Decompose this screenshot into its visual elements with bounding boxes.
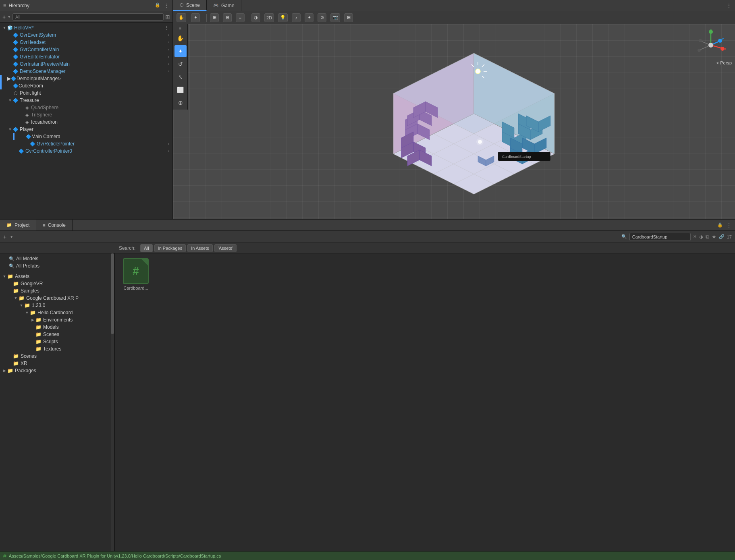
move-tool-btn[interactable]: ✦ — [191, 13, 200, 22]
sidebar-item-Assets[interactable]: ▼ 📁 Assets — [0, 273, 114, 280]
hierarchy-item-GvrInstantPreviewMain[interactable]: 🔷 GvrInstantPreviewMain › — [0, 60, 172, 68]
options-icon[interactable]: ⋮ — [164, 25, 169, 31]
hierarchy-item-TriSphere[interactable]: ◈ TriSphere — [0, 111, 172, 118]
filter-assets-quote-btn[interactable]: 'Assets' — [214, 244, 237, 252]
sidebar-item-Textures[interactable]: 📁 Textures — [0, 345, 114, 353]
sidebar-item-HelloCardboard[interactable]: ▼ 📁 Hello Cardboard — [0, 309, 114, 316]
item-label: DemoSceneManager — [20, 68, 168, 74]
audio-btn[interactable]: ♪ — [292, 13, 301, 22]
hierarchy-item-Icosahedron[interactable]: ◈ Icosahedron — [0, 118, 172, 126]
sidebar-item-allPrefabs[interactable]: 🔍 All Prefabs — [0, 262, 114, 270]
movesnap-tool-btn[interactable]: ≡ — [236, 13, 245, 22]
item-label: Samples — [21, 288, 111, 294]
project-tab-project[interactable]: 📁 Project — [0, 220, 36, 230]
rect-scene-btn[interactable]: ⬜ — [174, 84, 187, 96]
project-more-icon[interactable]: ⋮ — [726, 222, 732, 228]
hierarchy-item-PointLight[interactable]: ⬡ Point light — [0, 89, 172, 97]
sidebar-item-allModels[interactable]: 🔍 All Models — [0, 255, 114, 262]
item-label: Icosahedron — [31, 119, 169, 125]
filter-all-btn[interactable]: All — [140, 244, 152, 252]
item-label: All Prefabs — [16, 263, 111, 269]
hierarchy-item-HelloVR[interactable]: ▼ 🧊 HelloVR* ⋮ — [0, 24, 172, 31]
sidebar-item-Scripts[interactable]: 📁 Scripts — [0, 338, 114, 345]
grid-tool-btn[interactable]: ⊞ — [210, 13, 219, 22]
scene-tab-scene[interactable]: ⬡ Scene — [173, 0, 207, 11]
folder-icon: 📁 — [7, 274, 13, 279]
cube-icon: 🔷 — [13, 47, 19, 52]
hierarchy-item-GvrControllerPointer0[interactable]: 🔷 GvrControllerPointer0 › — [0, 147, 172, 155]
hierarchy-item-QuadSphere[interactable]: ◈ QuadSphere — [0, 104, 172, 111]
sidebar-item-GoogleVR[interactable]: 📁 GoogleVR — [0, 280, 114, 287]
sidebar-item-Environments[interactable]: ▶ 📁 Environments — [0, 316, 114, 324]
sidebar-item-ScenesFolder[interactable]: 📁 Scenes — [0, 331, 114, 338]
hand-tool-btn[interactable]: ✋ — [176, 13, 186, 22]
hierarchy-item-GvrEditorEmulator[interactable]: 🔷 GvrEditorEmulator › — [0, 53, 172, 60]
lock-icon[interactable]: 🔒 — [155, 2, 160, 9]
hand-scene-btn[interactable]: ✋ — [174, 32, 187, 44]
cube-icon: 🔷 — [13, 32, 19, 38]
hierarchy-more-icon[interactable]: ⋮ — [164, 2, 169, 9]
hierarchy-item-GvrControllerMain[interactable]: 🔷 GvrControllerMain › — [0, 46, 172, 53]
sidebar-scrollthumb[interactable] — [111, 253, 114, 334]
2d-btn[interactable]: 2D — [264, 13, 274, 22]
hierarchy-search-input[interactable] — [12, 13, 164, 21]
hierarchy-item-GvrEventSystem[interactable]: 🔷 GvrEventSystem › — [0, 31, 172, 39]
sidebar-item-1230[interactable]: ▼ 📁 1.23.0 — [0, 302, 114, 309]
fx-btn[interactable]: ✦ — [305, 13, 314, 22]
item-label: Treasure — [20, 97, 169, 103]
sidebar-item-Samples[interactable]: 📁 Samples — [0, 287, 114, 295]
search-icon2[interactable]: ⬗ — [699, 234, 703, 240]
move-scene-btn[interactable]: ✦ — [174, 45, 187, 57]
add-icon[interactable]: + — [2, 14, 6, 20]
camera-btn[interactable]: 📷 — [330, 13, 340, 22]
scene-panel-more[interactable]: ⋮ — [726, 2, 732, 9]
hierarchy-item-Player[interactable]: ▼ 🔷 Player — [0, 126, 172, 133]
scene-tab-game[interactable]: 🎮 Game — [207, 0, 241, 11]
snap-tool-btn[interactable]: ⊟ — [223, 13, 232, 22]
add-icon[interactable]: + — [3, 234, 6, 240]
dropdown-icon[interactable]: ▼ — [10, 235, 13, 239]
clear-search-btn[interactable]: ✕ — [693, 234, 697, 239]
scene-gizmo[interactable]: y x z — [695, 29, 727, 61]
rotate-scene-btn[interactable]: ↺ — [174, 58, 187, 70]
project-tab-console[interactable]: ≡ Console — [36, 220, 72, 230]
scale-scene-btn[interactable]: ⤡ — [174, 71, 187, 83]
hierarchy-item-GvrReticlePointer[interactable]: 🔷 GvrReticlePointer › — [0, 140, 172, 147]
hierarchy-panel: ≡ Hierarchy 🔒 ⋮ + ▼ ⊞ ▼ 🧊 HelloVR* ⋮ — [0, 0, 173, 219]
hierarchy-item-MainCamera[interactable]: 🔷 Main Camera — [0, 133, 172, 140]
sidebar-item-Packages[interactable]: ▶ 📁 Packages — [0, 367, 114, 374]
file-item-CardboardStartup[interactable]: # Cardboard... — [120, 258, 152, 290]
project-search-input[interactable] — [629, 233, 691, 241]
project-panel: 📁 Project ≡ Console 🔒 ⋮ + ▼ 🔍 ✕ ⬗ ⧉ — [0, 220, 735, 551]
spacer — [7, 68, 13, 74]
hierarchy-item-Treasure[interactable]: ▼ 🔷 Treasure — [0, 97, 172, 104]
scene-3d-svg: CardboardStartup — [349, 33, 599, 202]
hidden-btn[interactable]: ⊘ — [318, 13, 326, 22]
shading-btn[interactable]: ◑ — [251, 13, 260, 22]
filter-packages-btn[interactable]: In Packages — [154, 244, 186, 252]
cube-icon: 🔷 — [13, 83, 19, 89]
sidebar-item-Models[interactable]: 📁 Models — [0, 324, 114, 331]
search-icon: 🔍 — [621, 234, 627, 239]
filter-icon[interactable]: ⧉ — [706, 234, 709, 240]
hierarchy-item-DemoSceneManager[interactable]: 🔷 DemoSceneManager › — [0, 68, 172, 75]
project-lock-icon[interactable]: 🔒 — [717, 222, 723, 228]
hierarchy-item-CubeRoom[interactable]: 🔷 CubeRoom — [0, 82, 172, 89]
sidebar-item-ScenesRoot[interactable]: 📁 Scenes — [0, 353, 114, 360]
spacer — [7, 281, 13, 286]
transform-scene-btn[interactable]: ⊕ — [174, 97, 187, 109]
hierarchy-item-DemoInputManager[interactable]: ▶ 🔷 DemoInputManager › — [0, 75, 172, 82]
sidebar-item-XR[interactable]: 📁 XR — [0, 360, 114, 367]
item-label: TriSphere — [31, 112, 169, 118]
project-file-area: # Cardboard... — [115, 253, 735, 551]
sidebar-item-GoogleCardboard[interactable]: ▼ 📁 Google Cardboard XR P — [0, 295, 114, 302]
grid-vis-btn[interactable]: ⊞ — [344, 13, 353, 22]
hierarchy-item-GvrHeadset[interactable]: 🔷 GvrHeadset › — [0, 39, 172, 46]
light-btn[interactable]: 💡 — [278, 13, 288, 22]
folder-icon: 📁 — [13, 288, 19, 294]
star-icon[interactable]: ★ — [712, 234, 716, 240]
dropdown-arrow[interactable]: ▼ — [7, 15, 11, 19]
create-icon[interactable]: ⊞ — [165, 14, 170, 20]
filter-assets-btn[interactable]: In Assets — [187, 244, 213, 252]
folder-icon: 📁 — [35, 346, 42, 352]
